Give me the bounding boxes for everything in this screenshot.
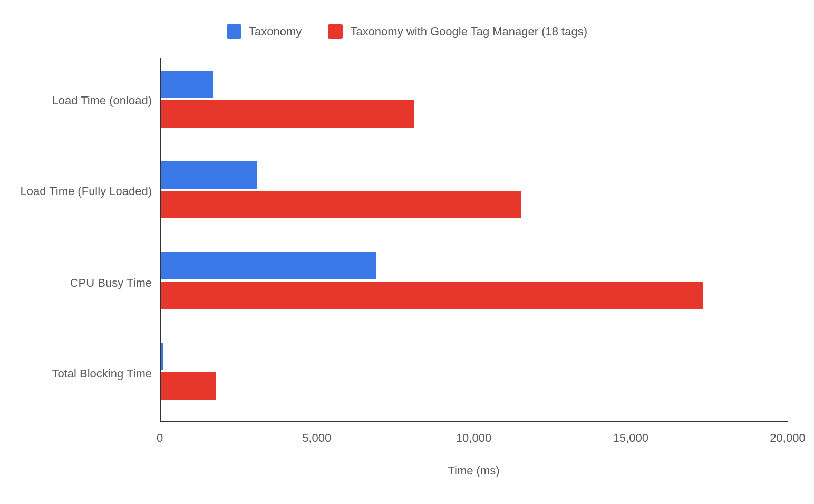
- legend-item-taxonomy-gtm: Taxonomy with Google Tag Manager (18 tag…: [328, 24, 587, 39]
- bar-taxonomy-gtm-total-blocking: [160, 372, 216, 400]
- bar-taxonomy-load-onload: [160, 71, 213, 98]
- y-label-cpu-busy-time: CPU Busy Time: [0, 276, 152, 290]
- plot-area: [160, 58, 788, 422]
- x-axis-title: Time (ms): [160, 464, 788, 478]
- y-axis-line: [160, 58, 161, 422]
- chart-container: Taxonomy Taxonomy with Google Tag Manage…: [0, 0, 814, 504]
- bar-taxonomy-gtm-fully-loaded: [160, 191, 521, 218]
- legend-label-taxonomy-gtm: Taxonomy with Google Tag Manager (18 tag…: [350, 25, 587, 38]
- band-fully-loaded: [160, 149, 788, 239]
- bar-taxonomy-gtm-load-onload: [160, 100, 414, 128]
- legend-label-taxonomy: Taxonomy: [249, 25, 302, 38]
- x-tick-15000: 15,000: [613, 431, 648, 445]
- bar-taxonomy-fully-loaded: [160, 161, 257, 189]
- legend-swatch-blue: [227, 24, 241, 39]
- y-axis-labels: Load Time (onload) Load Time (Fully Load…: [0, 58, 152, 422]
- y-label-total-blocking: Total Blocking Time: [0, 367, 152, 381]
- y-label-load-onload: Load Time (onload): [0, 94, 152, 108]
- bar-taxonomy-gtm-cpu-busy: [160, 282, 703, 309]
- band-load-onload: [160, 58, 788, 149]
- x-tick-0: 0: [157, 431, 163, 445]
- legend-item-taxonomy: Taxonomy: [227, 24, 302, 39]
- bar-taxonomy-cpu-busy: [160, 252, 376, 279]
- x-tick-20000: 20,000: [770, 431, 805, 445]
- band-cpu-busy: [160, 239, 788, 330]
- band-total-blocking: [160, 330, 788, 421]
- y-label-load-fully-loaded: Load Time (Fully Loaded): [0, 185, 152, 198]
- legend-swatch-red: [328, 24, 343, 39]
- gridline-20000: [788, 58, 788, 422]
- legend: Taxonomy Taxonomy with Google Tag Manage…: [0, 24, 814, 42]
- x-tick-10000: 10,000: [456, 431, 491, 445]
- x-axis-labels: 0 5,000 10,000 15,000 20,000: [160, 431, 788, 452]
- x-axis-line: [160, 421, 788, 422]
- x-tick-5000: 5,000: [302, 431, 331, 445]
